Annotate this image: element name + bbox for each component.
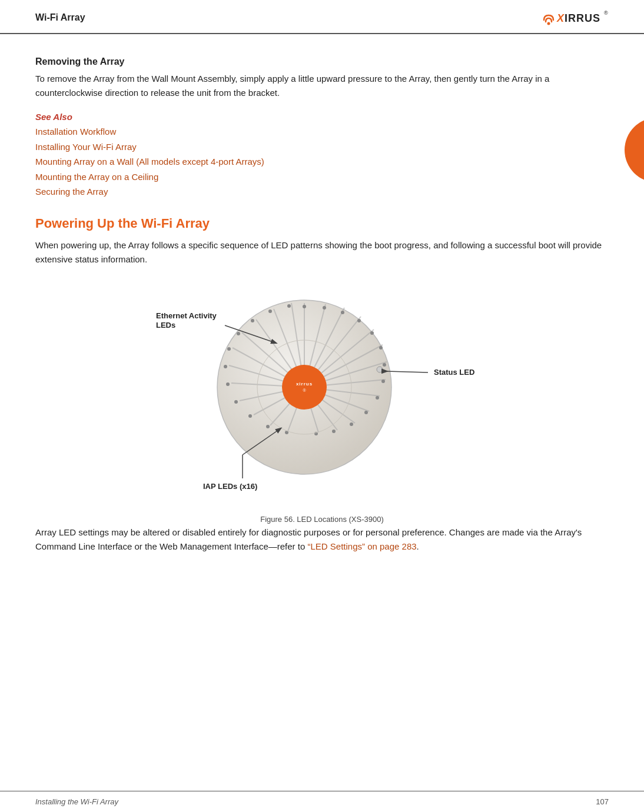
see-also-label: See Also xyxy=(35,112,609,122)
svg-point-36 xyxy=(376,396,379,400)
svg-point-56 xyxy=(377,367,383,372)
device-diagram-svg: xirrus ® xyxy=(140,278,504,508)
led-settings-link[interactable]: “LED Settings” on page 283 xyxy=(307,541,416,551)
svg-point-53 xyxy=(282,365,327,410)
link-mounting-wall[interactable]: Mounting Array on a Wall (All models exc… xyxy=(35,154,609,169)
svg-text:®: ® xyxy=(303,388,306,392)
last-para-end: . xyxy=(417,541,419,551)
svg-point-29 xyxy=(323,306,326,310)
svg-point-38 xyxy=(350,422,353,426)
svg-point-47 xyxy=(227,347,231,351)
svg-text:Ethernet Activity: Ethernet Activity xyxy=(156,311,217,320)
removing-heading: Removing the Array xyxy=(35,56,609,67)
page-footer: Installing the Wi-Fi Array 107 xyxy=(0,791,644,812)
svg-point-0 xyxy=(547,22,550,25)
svg-point-46 xyxy=(224,365,227,368)
svg-text:IAP LEDs (x16): IAP LEDs (x16) xyxy=(203,482,257,491)
svg-point-34 xyxy=(383,363,386,367)
logo: XIRRUS ® xyxy=(538,8,609,27)
powering-body: When powering up, the Array follows a sp… xyxy=(35,238,609,267)
svg-text:LEDs: LEDs xyxy=(156,321,175,330)
link-installation-workflow[interactable]: Installation Workflow xyxy=(35,124,609,139)
link-securing-array[interactable]: Securing the Array xyxy=(35,184,609,199)
svg-point-37 xyxy=(364,411,368,414)
powering-heading: Powering Up the Wi-Fi Array xyxy=(35,216,609,231)
footer-page-number: 107 xyxy=(596,797,609,806)
svg-point-44 xyxy=(234,400,238,404)
content-area: Removing the Array To remove the Array f… xyxy=(0,34,644,573)
svg-line-58 xyxy=(387,371,428,372)
svg-point-45 xyxy=(226,382,230,386)
svg-text:®: ® xyxy=(604,10,608,16)
svg-text:XIRRUS: XIRRUS xyxy=(556,12,600,24)
svg-point-35 xyxy=(381,380,385,383)
removing-body: To remove the Array from the Wall Mount … xyxy=(35,72,609,100)
svg-text:xirrus: xirrus xyxy=(296,381,313,387)
diagram-area: xirrus ® xyxy=(140,278,504,514)
link-installing-wifi[interactable]: Installing Your Wi-Fi Array xyxy=(35,139,609,155)
svg-point-50 xyxy=(268,310,272,313)
svg-point-28 xyxy=(303,305,306,308)
last-paragraph: Array LED settings may be altered or dis… xyxy=(35,525,609,554)
figure-caption: Figure 56. LED Locations (XS-3900) xyxy=(140,515,504,524)
svg-point-39 xyxy=(332,430,336,433)
link-mounting-ceiling[interactable]: Mounting the Array on a Ceiling xyxy=(35,169,609,185)
svg-text:Status LED: Status LED xyxy=(434,368,474,377)
svg-point-31 xyxy=(357,319,361,322)
svg-point-43 xyxy=(248,414,252,418)
svg-point-32 xyxy=(370,331,374,335)
svg-point-48 xyxy=(237,332,240,335)
svg-point-42 xyxy=(266,425,270,428)
svg-point-49 xyxy=(251,319,254,322)
svg-point-51 xyxy=(287,304,291,308)
footer-left: Installing the Wi-Fi Array xyxy=(35,797,118,806)
svg-point-33 xyxy=(379,346,383,350)
xirrus-logo-svg: XIRRUS ® xyxy=(538,8,609,27)
svg-point-30 xyxy=(341,311,344,314)
header-title: Wi-Fi Array xyxy=(35,12,85,23)
figure-container: xirrus ® xyxy=(35,278,609,514)
page-header: Wi-Fi Array XIRRUS ® xyxy=(0,0,644,34)
